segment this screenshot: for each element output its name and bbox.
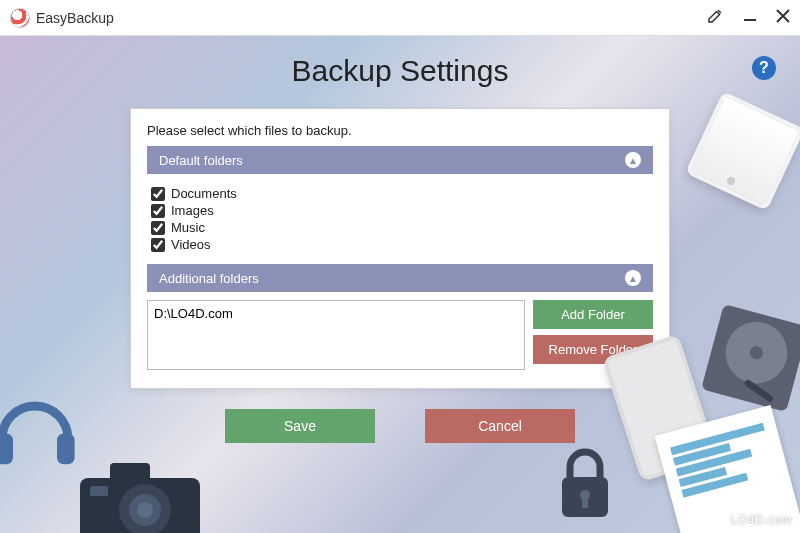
default-folders-label: Default folders	[159, 153, 243, 168]
svg-rect-8	[90, 486, 108, 496]
additional-folders-header[interactable]: Additional folders ▲	[147, 264, 653, 292]
folder-buttons: Add Folder Remove Folder	[533, 300, 653, 370]
window-controls	[706, 7, 790, 29]
minimize-icon[interactable]	[742, 8, 758, 28]
additional-folders-area: D:\LO4D.com Add Folder Remove Folder	[147, 300, 653, 370]
content-area: ? Backup Settings Please select which fi…	[0, 36, 800, 533]
svg-rect-12	[743, 379, 774, 403]
checkbox-music[interactable]: Music	[151, 220, 649, 235]
checkbox-label: Music	[171, 220, 205, 235]
checkbox-label: Documents	[171, 186, 237, 201]
dialog-buttons: Save Cancel	[0, 409, 800, 443]
checkbox-input[interactable]	[151, 204, 165, 218]
svg-point-5	[119, 484, 171, 533]
svg-rect-3	[80, 478, 200, 533]
settings-wrench-icon[interactable]	[706, 7, 724, 29]
save-button[interactable]: Save	[225, 409, 375, 443]
checkbox-label: Videos	[171, 237, 211, 252]
checkbox-videos[interactable]: Videos	[151, 237, 649, 252]
svg-point-7	[137, 502, 153, 518]
chevron-up-icon: ▲	[625, 152, 641, 168]
app-title: EasyBackup	[36, 10, 114, 26]
app-logo-icon	[10, 8, 30, 28]
list-item[interactable]: D:\LO4D.com	[154, 305, 518, 322]
camera-illustration-icon	[70, 443, 210, 533]
watermark-text: LO4D.com	[731, 513, 792, 527]
additional-folders-listbox[interactable]: D:\LO4D.com	[147, 300, 525, 370]
checkbox-input[interactable]	[151, 187, 165, 201]
additional-folders-label: Additional folders	[159, 271, 259, 286]
svg-point-6	[129, 494, 161, 526]
instruction-text: Please select which files to backup.	[147, 123, 653, 138]
svg-point-14	[580, 490, 590, 500]
svg-point-10	[719, 315, 794, 390]
checkbox-label: Images	[171, 203, 214, 218]
hard-drive-illustration-icon	[688, 291, 800, 426]
checkbox-input[interactable]	[151, 221, 165, 235]
default-folders-header[interactable]: Default folders ▲	[147, 146, 653, 174]
tablet-illustration-icon	[685, 91, 800, 211]
svg-rect-15	[582, 498, 588, 508]
svg-point-11	[748, 345, 764, 361]
page-title: Backup Settings	[0, 54, 800, 88]
padlock-illustration-icon	[550, 443, 620, 523]
add-folder-button[interactable]: Add Folder	[533, 300, 653, 329]
checkbox-documents[interactable]: Documents	[151, 186, 649, 201]
close-icon[interactable]	[776, 9, 790, 27]
svg-rect-9	[701, 304, 800, 412]
settings-panel: Please select which files to backup. Def…	[130, 108, 670, 389]
svg-rect-4	[110, 463, 150, 483]
cancel-button[interactable]: Cancel	[425, 409, 575, 443]
svg-rect-0	[744, 19, 756, 21]
checkbox-images[interactable]: Images	[151, 203, 649, 218]
svg-rect-13	[562, 477, 608, 517]
checkbox-input[interactable]	[151, 238, 165, 252]
remove-folder-button[interactable]: Remove Folder	[533, 335, 653, 364]
default-folders-list: Documents Images Music Videos	[147, 182, 653, 264]
help-icon[interactable]: ?	[752, 56, 776, 80]
title-bar: EasyBackup	[0, 0, 800, 36]
chevron-up-icon: ▲	[625, 270, 641, 286]
